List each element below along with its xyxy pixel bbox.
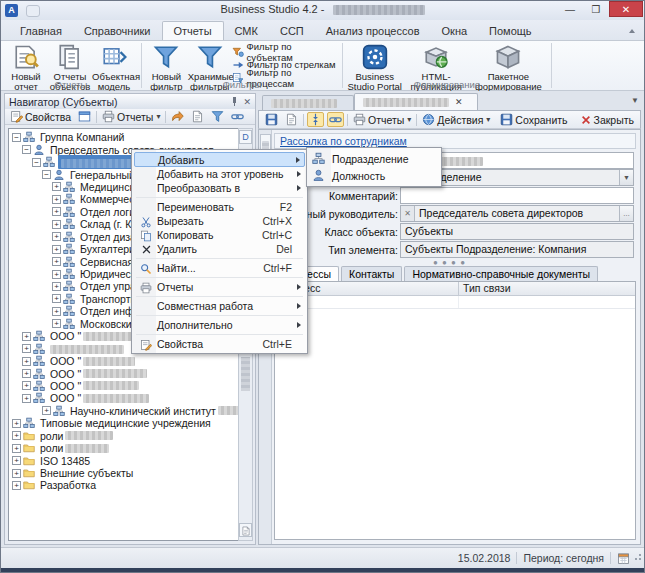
editor-reports-button[interactable]: Отчеты (351, 113, 413, 127)
collapsed-tab-label[interactable] (241, 357, 250, 391)
tree-item[interactable]: Внешние субъекты (9, 467, 239, 479)
menu-item-copy[interactable]: КопироватьCtrl+C (134, 228, 305, 242)
filter-by-subjects-button[interactable]: Фильтр по субъектам (232, 45, 339, 58)
tree-item[interactable]: Типовые медицинские учреждения (9, 417, 239, 429)
expand-icon[interactable] (52, 245, 61, 254)
menu-item-collaboration[interactable]: Совместная работа (134, 299, 305, 313)
expand-icon[interactable] (22, 357, 31, 366)
tree-item[interactable]: ООО " (9, 380, 239, 392)
expand-icon[interactable] (52, 270, 61, 279)
ribbon-collapse-icon[interactable] (628, 26, 636, 34)
menu-item-properties[interactable]: СвойстваCtrl+E (134, 337, 305, 351)
submenu-item-position[interactable]: Должность (309, 167, 439, 184)
reports-menu-button[interactable]: Отчеты (100, 110, 162, 124)
tree-item[interactable]: ISO 13485 (9, 454, 239, 466)
pin-icon[interactable] (230, 97, 239, 106)
expand-icon[interactable] (52, 182, 61, 191)
clear-value-icon[interactable]: ✕ (401, 206, 415, 221)
expand-icon[interactable] (52, 220, 61, 229)
ellipsis-picker-icon[interactable]: … (619, 206, 633, 221)
tab-spravochniki[interactable]: Справочники (73, 22, 162, 40)
expand-icon[interactable] (22, 394, 31, 403)
diagram-icon[interactable]: D (239, 130, 252, 144)
submenu-item-department[interactable]: Подразделение (309, 150, 439, 167)
tab-normative-documents[interactable]: Нормативно-справочные документы (404, 266, 598, 281)
expand-icon[interactable] (22, 381, 31, 390)
menu-item-add[interactable]: Добавить (134, 152, 305, 167)
resize-grip[interactable] (634, 553, 642, 561)
expand-icon[interactable] (52, 307, 61, 316)
collapse-icon[interactable] (32, 158, 41, 167)
expand-icon[interactable] (52, 195, 61, 204)
save-button[interactable]: Сохранить (498, 113, 569, 127)
document-tab-active[interactable] (354, 93, 478, 110)
close-panel-icon[interactable] (243, 97, 251, 107)
expand-icon[interactable] (12, 456, 21, 465)
collapse-icon[interactable] (22, 145, 31, 154)
expand-icon[interactable] (42, 406, 51, 415)
window-view-button[interactable] (76, 110, 93, 124)
document-icon-button[interactable] (283, 113, 300, 127)
collapse-icon[interactable] (12, 133, 21, 142)
tab-okna[interactable]: Окна (431, 22, 479, 40)
expand-icon[interactable] (12, 431, 21, 440)
tree-item[interactable]: ООО " (9, 367, 239, 379)
collapse-icon[interactable] (42, 170, 51, 179)
menu-item-cut[interactable]: ВырезатьCtrl+X (134, 214, 305, 228)
menu-item-find[interactable]: Найти...Ctrl+F (134, 261, 305, 275)
tree-item[interactable]: ООО " (9, 355, 239, 367)
expand-icon[interactable] (12, 444, 21, 453)
tree-item[interactable]: роли (9, 442, 239, 454)
document-tab[interactable] (262, 95, 354, 110)
close-button[interactable]: ✕ (609, 1, 643, 17)
tab-list-dropdown-icon[interactable]: ▼ (631, 96, 639, 105)
status-period[interactable]: Период: сегодня (523, 552, 604, 564)
close-editor-button[interactable]: Закрыть (578, 113, 636, 127)
expand-icon[interactable] (12, 481, 21, 490)
expand-icon[interactable] (52, 232, 61, 241)
tree-item[interactable]: Разработка (9, 479, 239, 491)
expand-icon[interactable] (22, 332, 31, 341)
expand-icon[interactable] (22, 369, 31, 378)
menu-item-convert-to[interactable]: Преобразовать в (134, 181, 305, 195)
expand-icon[interactable] (12, 419, 21, 428)
menu-item-delete[interactable]: УдалитьDel (134, 242, 305, 256)
calendar-icon[interactable] (617, 552, 630, 565)
tab-analiz-processov[interactable]: Анализ процессов (315, 22, 431, 40)
expand-icon[interactable] (52, 257, 61, 266)
link-button[interactable] (229, 110, 246, 124)
maximize-button[interactable]: ❒ (583, 1, 609, 17)
tab-contacts[interactable]: Контакты (341, 266, 402, 281)
expand-icon[interactable] (52, 319, 61, 328)
expand-icon[interactable] (22, 344, 31, 353)
minimize-button[interactable]: — (557, 1, 583, 17)
tree-item[interactable]: Научно-клинический институт (9, 405, 239, 417)
menu-item-reports[interactable]: Отчеты (134, 280, 305, 294)
link-toggle[interactable] (327, 112, 344, 127)
tree-item[interactable]: Группа Компаний (9, 131, 239, 143)
close-tab-icon[interactable] (455, 97, 463, 107)
quick-access-button[interactable] (26, 5, 40, 17)
app-icon[interactable]: A (5, 4, 18, 17)
expand-icon[interactable] (12, 469, 21, 478)
split-view-toggle[interactable] (307, 112, 324, 127)
save-icon-button[interactable] (263, 113, 280, 127)
tab-otchety[interactable]: Отчеты (162, 21, 224, 40)
document-button[interactable] (189, 110, 206, 124)
tab-smk[interactable]: СМК (224, 22, 269, 40)
manager-picker[interactable]: ✕ Председатель совета директоров … (400, 205, 634, 222)
tree-item[interactable]: ООО " (9, 392, 239, 404)
menu-item-additional[interactable]: Дополнительно (134, 318, 305, 332)
chevron-down-icon[interactable]: ▼ (619, 170, 633, 185)
actions-button[interactable]: Действия (420, 113, 492, 127)
expand-icon[interactable] (52, 207, 61, 216)
tab-pomosh[interactable]: Помощь (478, 22, 543, 40)
mailing-link[interactable]: Рассылка по сотрудникам (280, 135, 407, 147)
menu-item-add-on-this-level[interactable]: Добавить на этот уровень (134, 167, 305, 181)
table-row[interactable] (275, 296, 635, 309)
filter-button[interactable] (209, 110, 226, 124)
go-to-button[interactable] (169, 110, 186, 124)
menu-item-rename[interactable]: ПереименоватьF2 (134, 200, 305, 214)
properties-button[interactable]: Свойства (8, 110, 73, 124)
column-link-type[interactable]: Тип связи (459, 282, 635, 295)
